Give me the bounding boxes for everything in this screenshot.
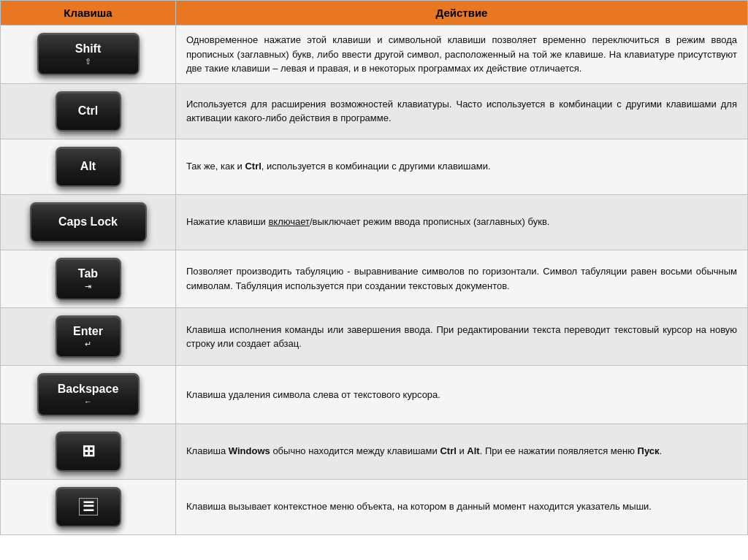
description-cell: Клавиша удаления символа слева от тексто… [176, 366, 748, 423]
key-cell: Caps Lock [1, 194, 176, 250]
description-cell: Клавиша вызывает контекстное меню объект… [176, 479, 748, 534]
key-cell: Shift⇧ [1, 26, 176, 84]
key-cell: ⊞ [1, 423, 176, 479]
key-button: Backspace← [37, 373, 140, 415]
key-button: Shift⇧ [37, 33, 140, 75]
key-cell: ☰ [1, 479, 176, 534]
description-cell: Используется для расширения возможностей… [176, 83, 748, 139]
key-button: Alt [56, 147, 121, 187]
key-cell: Enter↵ [1, 307, 176, 365]
key-button: ⊞ [56, 431, 121, 472]
key-cell: Ctrl [1, 83, 176, 139]
key-button: ☰ [56, 487, 121, 527]
key-cell: Tab⇥ [1, 250, 176, 307]
key-cell: Alt [1, 139, 176, 194]
description-cell: Одновременное нажатие этой клавиши и сим… [176, 26, 748, 84]
description-cell: Позволяет производить табуляцию - выравн… [176, 250, 748, 307]
description-cell: Клавиша исполнения команды или завершени… [176, 307, 748, 365]
key-button: Caps Lock [30, 202, 147, 242]
key-button: Tab⇥ [56, 258, 121, 300]
description-cell: Нажатие клавиши включает/выключает режим… [176, 194, 748, 250]
key-button: Enter↵ [56, 315, 121, 358]
col-header-key: Клавиша [1, 1, 176, 26]
key-button: Ctrl [56, 91, 121, 131]
col-header-action: Действие [176, 1, 748, 26]
key-cell: Backspace← [1, 366, 176, 423]
description-cell: Клавиша Windows обычно находится между к… [176, 423, 748, 479]
description-cell: Так же, как и Ctrl, используется в комби… [176, 139, 748, 194]
